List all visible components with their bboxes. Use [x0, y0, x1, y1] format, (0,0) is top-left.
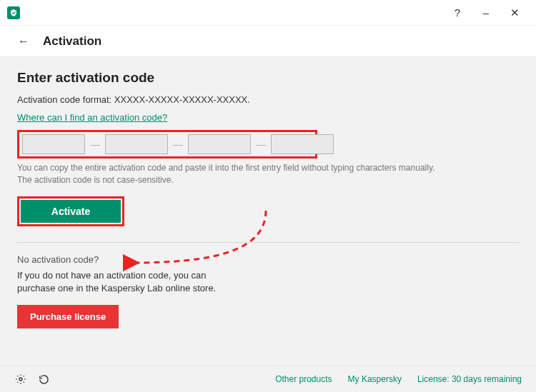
titlebar: ? – ✕: [0, 0, 536, 26]
no-code-heading: No activation code?: [17, 254, 519, 265]
app-logo: [7, 6, 20, 19]
close-button[interactable]: ✕: [500, 0, 529, 26]
my-kaspersky-link[interactable]: My Kaspersky: [348, 374, 402, 384]
header: ← Activation: [0, 26, 536, 57]
code-segment-2[interactable]: [105, 134, 168, 154]
format-hint: Activation code format: XXXXX-XXXXX-XXXX…: [17, 94, 519, 105]
code-inputs-highlight: — — —: [17, 130, 317, 159]
help-button[interactable]: ?: [443, 0, 472, 26]
code-segment-4[interactable]: [271, 134, 334, 154]
license-status-link[interactable]: License: 30 days remaining: [417, 374, 522, 384]
find-code-link[interactable]: Where can I find an activation code?: [17, 112, 167, 123]
code-segment-3[interactable]: [188, 134, 251, 154]
activate-button[interactable]: Activate: [21, 200, 121, 223]
section-heading: Enter activation code: [17, 70, 519, 86]
help-line-2: The activation code is not case-sensitiv…: [17, 175, 174, 185]
footer: Other products My Kaspersky License: 30 …: [0, 366, 536, 392]
divider: [17, 242, 519, 243]
code-segment-1[interactable]: [22, 134, 85, 154]
segment-separator: —: [90, 139, 100, 150]
help-line-1: You can copy the entire activation code …: [17, 163, 435, 173]
svg-point-0: [19, 378, 22, 381]
purchase-license-button[interactable]: Purchase license: [17, 305, 119, 328]
page-title: Activation: [43, 34, 101, 49]
help-text: You can copy the entire activation code …: [17, 162, 475, 186]
settings-icon[interactable]: [14, 373, 27, 386]
content-area: Enter activation code Activation code fo…: [0, 57, 536, 366]
minimize-button[interactable]: –: [472, 0, 500, 26]
other-products-link[interactable]: Other products: [275, 374, 332, 384]
refresh-icon[interactable]: [37, 373, 50, 386]
back-button[interactable]: ←: [16, 34, 31, 49]
activate-highlight: Activate: [17, 196, 124, 226]
segment-separator: —: [173, 139, 183, 150]
segment-separator: —: [256, 139, 266, 150]
no-code-text: If you do not have an activation code, y…: [17, 269, 246, 295]
